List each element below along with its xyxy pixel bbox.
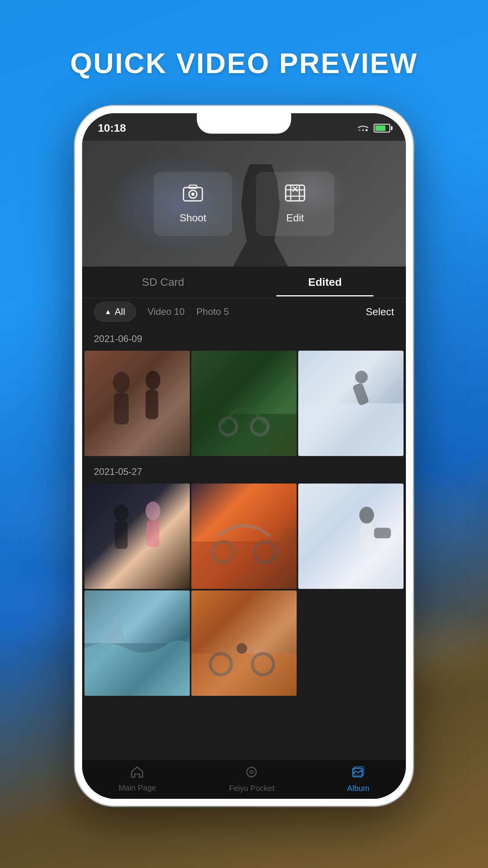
video-count-tag: Video 10 [148, 306, 185, 317]
svg-rect-28 [191, 541, 297, 589]
nav-label-main-page: Main Page [119, 783, 156, 793]
date-label-2: 2021-05-27 [94, 466, 394, 477]
svg-rect-35 [191, 654, 297, 696]
svg-point-2 [366, 129, 368, 131]
date-label-1: 2021-06-09 [94, 333, 394, 344]
shoot-icon [183, 184, 203, 207]
svg-rect-18 [191, 414, 297, 456]
date-section-2: 2021-05-27 [82, 458, 406, 481]
svg-point-0 [359, 129, 361, 131]
status-time: 10:18 [98, 122, 126, 134]
shoot-label: Shoot [180, 212, 206, 224]
svg-rect-17 [145, 390, 158, 419]
svg-point-26 [145, 502, 160, 520]
svg-point-5 [191, 193, 194, 196]
svg-rect-21 [298, 403, 404, 456]
svg-point-14 [113, 372, 130, 393]
page-title: QUICK VIDEO PREVIEW [0, 47, 488, 79]
wifi-icon [357, 124, 369, 132]
phone-screen: 10:18 [82, 113, 406, 799]
photo-grid-1 [82, 348, 406, 458]
photo-grid-2 [82, 481, 406, 698]
date-section-1: 2021-06-09 [82, 326, 406, 348]
photo-thumb[interactable] [84, 484, 190, 589]
nav-item-album[interactable]: Album [336, 762, 382, 797]
svg-point-22 [355, 371, 368, 383]
battery-icon [374, 124, 390, 132]
svg-rect-6 [189, 185, 197, 188]
tab-bar: SD Card Edited [82, 267, 406, 298]
shoot-button[interactable]: Shoot [154, 172, 232, 236]
filter-all-pill[interactable]: ▲ All [94, 302, 136, 322]
photo-thumb[interactable] [191, 590, 297, 696]
photo-count-tag: Photo 5 [196, 306, 229, 317]
filter-bar: ▲ All Video 10 Photo 5 Select [82, 298, 406, 326]
photo-thumb[interactable] [84, 590, 190, 696]
photo-thumb[interactable] [191, 484, 297, 589]
bottom-nav: Main Page Feiyu Pocket [82, 760, 406, 799]
edit-label: Edit [286, 212, 304, 224]
nav-item-feiyu-pocket[interactable]: Feiyu Pocket [217, 762, 286, 797]
svg-point-40 [250, 771, 253, 774]
edit-icon [285, 184, 305, 207]
nav-item-main-page[interactable]: Main Page [107, 762, 168, 796]
svg-rect-27 [147, 520, 159, 547]
svg-rect-32 [360, 524, 373, 549]
select-button[interactable]: Select [366, 306, 394, 318]
photo-thumb[interactable] [298, 351, 404, 456]
svg-rect-23 [352, 383, 369, 406]
tab-sd-card[interactable]: SD Card [82, 268, 244, 296]
nav-label-feiyu-pocket: Feiyu Pocket [229, 784, 275, 793]
nav-label-album: Album [347, 784, 370, 793]
phone-notch [197, 113, 291, 134]
svg-rect-25 [115, 521, 128, 549]
top-nav: Shoot Edit [82, 141, 406, 267]
chevron-up-icon: ▲ [105, 308, 112, 316]
svg-point-38 [237, 643, 247, 654]
edit-button[interactable]: Edit [256, 172, 334, 236]
battery-fill [375, 125, 385, 131]
photo-thumb[interactable] [298, 484, 404, 589]
svg-rect-15 [114, 393, 129, 424]
feiyu-pocket-icon [245, 766, 258, 782]
svg-rect-7 [286, 185, 305, 201]
svg-point-16 [145, 371, 160, 390]
home-icon [131, 766, 143, 781]
content-area: 2021-06-09 [82, 326, 406, 760]
photo-thumb[interactable] [84, 351, 190, 456]
album-icon [352, 766, 365, 782]
svg-point-1 [362, 129, 364, 131]
phone-frame: 10:18 [75, 106, 413, 806]
svg-point-31 [359, 507, 374, 524]
photo-thumb[interactable] [191, 351, 297, 456]
svg-rect-39 [247, 767, 256, 777]
svg-rect-33 [374, 528, 391, 539]
svg-point-24 [114, 505, 129, 522]
tab-edited[interactable]: Edited [244, 268, 406, 296]
status-icons [357, 124, 390, 132]
